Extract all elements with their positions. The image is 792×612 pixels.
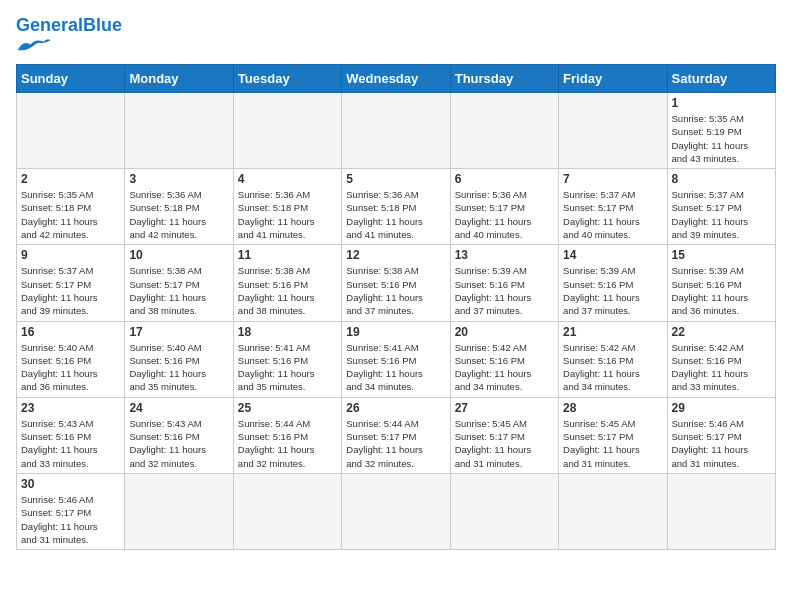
calendar-cell-w5-d4: 26Sunrise: 5:44 AMSunset: 5:17 PMDayligh… [342,397,450,473]
day-info-5: Sunrise: 5:36 AMSunset: 5:18 PMDaylight:… [346,188,445,241]
week-row-4: 16Sunrise: 5:40 AMSunset: 5:16 PMDayligh… [17,321,776,397]
day-number-9: 9 [21,248,120,262]
day-number-11: 11 [238,248,337,262]
day-info-8: Sunrise: 5:37 AMSunset: 5:17 PMDaylight:… [672,188,771,241]
day-number-14: 14 [563,248,662,262]
day-info-14: Sunrise: 5:39 AMSunset: 5:16 PMDaylight:… [563,264,662,317]
day-info-7: Sunrise: 5:37 AMSunset: 5:17 PMDaylight:… [563,188,662,241]
day-info-9: Sunrise: 5:37 AMSunset: 5:17 PMDaylight:… [21,264,120,317]
week-row-1: 1Sunrise: 5:35 AMSunset: 5:19 PMDaylight… [17,93,776,169]
calendar-cell-w2-d7: 8Sunrise: 5:37 AMSunset: 5:17 PMDaylight… [667,169,775,245]
calendar-cell-w5-d1: 23Sunrise: 5:43 AMSunset: 5:16 PMDayligh… [17,397,125,473]
day-info-19: Sunrise: 5:41 AMSunset: 5:16 PMDaylight:… [346,341,445,394]
calendar-cell-w6-d4 [342,473,450,549]
day-number-1: 1 [672,96,771,110]
calendar-cell-w1-d2 [125,93,233,169]
day-number-20: 20 [455,325,554,339]
day-info-6: Sunrise: 5:36 AMSunset: 5:17 PMDaylight:… [455,188,554,241]
day-number-25: 25 [238,401,337,415]
calendar-cell-w4-d7: 22Sunrise: 5:42 AMSunset: 5:16 PMDayligh… [667,321,775,397]
day-info-3: Sunrise: 5:36 AMSunset: 5:18 PMDaylight:… [129,188,228,241]
day-info-29: Sunrise: 5:46 AMSunset: 5:17 PMDaylight:… [672,417,771,470]
calendar-cell-w1-d7: 1Sunrise: 5:35 AMSunset: 5:19 PMDaylight… [667,93,775,169]
day-number-15: 15 [672,248,771,262]
weekday-header-monday: Monday [125,65,233,93]
calendar-cell-w6-d3 [233,473,341,549]
day-number-4: 4 [238,172,337,186]
logo: GeneralBlue [16,16,122,56]
day-number-5: 5 [346,172,445,186]
calendar-cell-w2-d4: 5Sunrise: 5:36 AMSunset: 5:18 PMDaylight… [342,169,450,245]
week-row-5: 23Sunrise: 5:43 AMSunset: 5:16 PMDayligh… [17,397,776,473]
day-info-17: Sunrise: 5:40 AMSunset: 5:16 PMDaylight:… [129,341,228,394]
calendar-cell-w3-d7: 15Sunrise: 5:39 AMSunset: 5:16 PMDayligh… [667,245,775,321]
calendar-cell-w2-d1: 2Sunrise: 5:35 AMSunset: 5:18 PMDaylight… [17,169,125,245]
day-number-13: 13 [455,248,554,262]
day-number-6: 6 [455,172,554,186]
calendar-cell-w6-d6 [559,473,667,549]
logo-general: General [16,15,83,35]
day-info-15: Sunrise: 5:39 AMSunset: 5:16 PMDaylight:… [672,264,771,317]
calendar-cell-w6-d1: 30Sunrise: 5:46 AMSunset: 5:17 PMDayligh… [17,473,125,549]
week-row-3: 9Sunrise: 5:37 AMSunset: 5:17 PMDaylight… [17,245,776,321]
day-number-2: 2 [21,172,120,186]
calendar-cell-w3-d1: 9Sunrise: 5:37 AMSunset: 5:17 PMDaylight… [17,245,125,321]
day-number-8: 8 [672,172,771,186]
weekday-header-saturday: Saturday [667,65,775,93]
day-number-7: 7 [563,172,662,186]
weekday-header-friday: Friday [559,65,667,93]
calendar-cell-w1-d4 [342,93,450,169]
week-row-2: 2Sunrise: 5:35 AMSunset: 5:18 PMDaylight… [17,169,776,245]
calendar-cell-w3-d5: 13Sunrise: 5:39 AMSunset: 5:16 PMDayligh… [450,245,558,321]
day-info-4: Sunrise: 5:36 AMSunset: 5:18 PMDaylight:… [238,188,337,241]
calendar-cell-w1-d1 [17,93,125,169]
day-info-21: Sunrise: 5:42 AMSunset: 5:16 PMDaylight:… [563,341,662,394]
day-info-10: Sunrise: 5:38 AMSunset: 5:17 PMDaylight:… [129,264,228,317]
day-number-3: 3 [129,172,228,186]
day-info-1: Sunrise: 5:35 AMSunset: 5:19 PMDaylight:… [672,112,771,165]
day-info-25: Sunrise: 5:44 AMSunset: 5:16 PMDaylight:… [238,417,337,470]
day-info-13: Sunrise: 5:39 AMSunset: 5:16 PMDaylight:… [455,264,554,317]
calendar-cell-w3-d4: 12Sunrise: 5:38 AMSunset: 5:16 PMDayligh… [342,245,450,321]
weekday-header-tuesday: Tuesday [233,65,341,93]
calendar-table: SundayMondayTuesdayWednesdayThursdayFrid… [16,64,776,550]
logo-blue: Blue [83,15,122,35]
calendar-cell-w4-d6: 21Sunrise: 5:42 AMSunset: 5:16 PMDayligh… [559,321,667,397]
day-info-18: Sunrise: 5:41 AMSunset: 5:16 PMDaylight:… [238,341,337,394]
day-number-17: 17 [129,325,228,339]
calendar-cell-w3-d2: 10Sunrise: 5:38 AMSunset: 5:17 PMDayligh… [125,245,233,321]
day-number-23: 23 [21,401,120,415]
day-info-16: Sunrise: 5:40 AMSunset: 5:16 PMDaylight:… [21,341,120,394]
day-info-20: Sunrise: 5:42 AMSunset: 5:16 PMDaylight:… [455,341,554,394]
day-number-18: 18 [238,325,337,339]
day-info-22: Sunrise: 5:42 AMSunset: 5:16 PMDaylight:… [672,341,771,394]
day-info-28: Sunrise: 5:45 AMSunset: 5:17 PMDaylight:… [563,417,662,470]
calendar-cell-w6-d2 [125,473,233,549]
calendar-cell-w5-d7: 29Sunrise: 5:46 AMSunset: 5:17 PMDayligh… [667,397,775,473]
calendar-cell-w5-d6: 28Sunrise: 5:45 AMSunset: 5:17 PMDayligh… [559,397,667,473]
weekday-header-sunday: Sunday [17,65,125,93]
calendar-cell-w1-d3 [233,93,341,169]
day-number-27: 27 [455,401,554,415]
logo-bird-icon [16,36,52,56]
calendar-cell-w1-d6 [559,93,667,169]
calendar-cell-w4-d1: 16Sunrise: 5:40 AMSunset: 5:16 PMDayligh… [17,321,125,397]
page-header: GeneralBlue [16,16,776,56]
calendar-cell-w4-d2: 17Sunrise: 5:40 AMSunset: 5:16 PMDayligh… [125,321,233,397]
calendar-cell-w3-d3: 11Sunrise: 5:38 AMSunset: 5:16 PMDayligh… [233,245,341,321]
calendar-cell-w3-d6: 14Sunrise: 5:39 AMSunset: 5:16 PMDayligh… [559,245,667,321]
day-number-16: 16 [21,325,120,339]
day-info-2: Sunrise: 5:35 AMSunset: 5:18 PMDaylight:… [21,188,120,241]
day-number-10: 10 [129,248,228,262]
calendar-cell-w2-d3: 4Sunrise: 5:36 AMSunset: 5:18 PMDaylight… [233,169,341,245]
calendar-cell-w4-d5: 20Sunrise: 5:42 AMSunset: 5:16 PMDayligh… [450,321,558,397]
day-number-12: 12 [346,248,445,262]
weekday-header-thursday: Thursday [450,65,558,93]
week-row-6: 30Sunrise: 5:46 AMSunset: 5:17 PMDayligh… [17,473,776,549]
logo-text: GeneralBlue [16,16,122,34]
weekday-header-wednesday: Wednesday [342,65,450,93]
calendar-cell-w1-d5 [450,93,558,169]
calendar-cell-w5-d2: 24Sunrise: 5:43 AMSunset: 5:16 PMDayligh… [125,397,233,473]
calendar-cell-w4-d3: 18Sunrise: 5:41 AMSunset: 5:16 PMDayligh… [233,321,341,397]
day-info-12: Sunrise: 5:38 AMSunset: 5:16 PMDaylight:… [346,264,445,317]
